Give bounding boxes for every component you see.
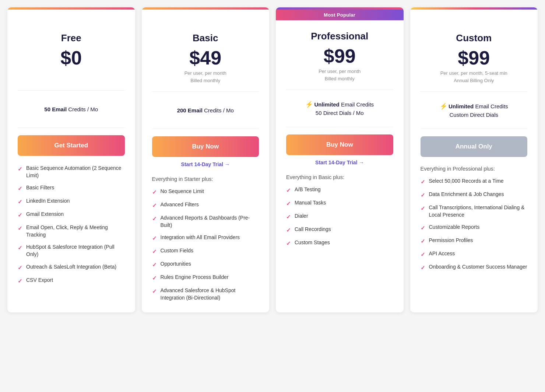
plan-price-sub xyxy=(18,70,125,83)
feature-text: Integration with All Email Providers xyxy=(161,234,240,241)
check-icon: ✓ xyxy=(152,261,157,269)
feature-item: ✓Call Recordings xyxy=(286,226,393,234)
divider xyxy=(421,91,528,92)
divider2 xyxy=(18,127,125,128)
feature-item: ✓LinkedIn Extension xyxy=(18,197,125,206)
feature-item: ✓Permission Profiles xyxy=(421,237,528,245)
plan-price-sub: Per user, per month, 5-seat minAnnual Bi… xyxy=(421,70,528,84)
feature-item: ✓Data Enrichment & Job Changes xyxy=(421,191,528,199)
feature-item: ✓Integration with All Email Providers xyxy=(152,234,259,242)
plan-price-sub: Per user, per monthBilled monthly xyxy=(286,68,393,82)
plan-body-custom: Custom$99Per user, per month, 5-seat min… xyxy=(410,22,538,157)
plan-card-professional: Most PopularProfessional$99Per user, per… xyxy=(276,7,404,312)
feature-text: Outreach & SalesLoft Integration (Beta) xyxy=(26,263,116,271)
features-section: ✓Basic Sequence Automation (2 Sequence L… xyxy=(7,156,135,285)
feature-item: ✓CSV Export xyxy=(18,277,125,285)
check-icon: ✓ xyxy=(421,178,425,186)
check-icon: ✓ xyxy=(421,224,425,232)
check-icon: ✓ xyxy=(18,244,22,252)
check-icon: ✓ xyxy=(286,213,291,221)
badge-spacer xyxy=(142,10,270,22)
feature-text: Data Enrichment & Job Changes xyxy=(429,191,504,198)
feature-text: Call Recordings xyxy=(295,226,331,233)
divider2 xyxy=(421,129,528,129)
feature-text: CSV Export xyxy=(26,277,53,284)
credits-bold: 50 Email xyxy=(44,106,67,112)
features-intro: Everything in Basic plus: xyxy=(286,174,393,180)
feature-text: Basic Sequence Automation (2 Sequence Li… xyxy=(26,165,125,179)
plan-price: $0 xyxy=(18,48,125,67)
plan-price: $99 xyxy=(286,46,393,66)
cta-button-professional[interactable]: Buy Now xyxy=(286,134,393,155)
check-icon: ✓ xyxy=(152,215,157,223)
feature-item: ✓Select 50,000 Records at a Time xyxy=(421,178,528,186)
feature-item: ✓Gmail Extension xyxy=(18,211,125,219)
feature-item: ✓API Access xyxy=(421,250,528,258)
plan-name: Professional xyxy=(286,31,393,42)
feature-text: Opportunities xyxy=(161,260,191,268)
check-icon: ✓ xyxy=(286,200,291,207)
feature-item: ✓No Sequence Limit xyxy=(152,188,259,196)
feature-text: LinkedIn Extension xyxy=(26,197,70,205)
feature-text: Customizable Reports xyxy=(429,224,480,231)
trial-link[interactable]: Start 14-Day Trial → xyxy=(152,161,259,167)
feature-text: Rules Engine Process Builder xyxy=(161,274,229,281)
cta-button-basic[interactable]: Buy Now xyxy=(152,136,259,157)
check-icon: ✓ xyxy=(152,274,157,282)
plan-name: Free xyxy=(18,32,125,44)
feature-text: Onboarding & Customer Success Manager xyxy=(429,263,527,271)
credits-block: ⚡Unlimited Email Credits50 Direct Dials … xyxy=(286,97,393,119)
plan-price-sub: Per user, per monthBilled monthly xyxy=(152,70,259,84)
feature-text: No Sequence Limit xyxy=(161,188,204,195)
credits-bold: Unlimited xyxy=(314,101,339,108)
credits-line2: Custom Direct Dials xyxy=(449,112,498,118)
credits-line2: 50 Direct Dials / Mo xyxy=(316,110,364,116)
divider xyxy=(152,91,259,92)
plan-price: $49 xyxy=(152,48,259,67)
cta-button-free[interactable]: Get Started xyxy=(18,135,125,156)
feature-item: ✓Manual Tasks xyxy=(286,199,393,207)
feature-text: Custom Stages xyxy=(295,239,330,246)
plan-card-free: Free$050 Email Credits / MoGet Started✓B… xyxy=(7,7,135,312)
check-icon: ✓ xyxy=(421,191,425,199)
features-intro: Everything in Professional plus: xyxy=(421,166,528,172)
features-section: Everything in Starter plus:✓No Sequence … xyxy=(142,167,270,301)
feature-item: ✓Onboarding & Customer Success Manager xyxy=(421,263,528,272)
feature-item: ✓Advanced Filters xyxy=(152,201,259,209)
check-icon: ✓ xyxy=(18,185,22,192)
check-icon: ✓ xyxy=(286,239,291,247)
feature-text: Gmail Extension xyxy=(26,211,64,218)
feature-text: A/B Testing xyxy=(295,186,321,193)
feature-text: Dialer xyxy=(295,213,308,220)
credits-line1: ⚡Unlimited Email Credits xyxy=(440,102,508,110)
plan-card-custom: Custom$99Per user, per month, 5-seat min… xyxy=(410,7,538,312)
check-icon: ✓ xyxy=(421,264,425,272)
plan-name: Basic xyxy=(152,32,259,44)
check-icon: ✓ xyxy=(152,248,157,255)
feature-item: ✓Dialer xyxy=(286,213,393,221)
check-icon: ✓ xyxy=(421,251,425,258)
cta-button-custom[interactable]: Annual Only xyxy=(421,136,528,157)
plan-body-basic: Basic$49Per user, per monthBilled monthl… xyxy=(142,22,270,167)
feature-item: ✓HubSpot & Salesforce Integration (Pull … xyxy=(18,244,125,258)
feature-text: Email Open, Click, Reply & Meeting Track… xyxy=(26,224,125,238)
feature-item: ✓Advanced Salesforce & HubSpot Integrati… xyxy=(152,287,259,301)
check-icon: ✓ xyxy=(18,165,22,173)
badge-spacer xyxy=(7,10,135,22)
check-icon: ✓ xyxy=(421,237,425,245)
plan-body-professional: Professional$99Per user, per monthBilled… xyxy=(276,20,404,165)
feature-item: ✓Call Transcriptions, International Dial… xyxy=(421,204,528,218)
check-icon: ✓ xyxy=(152,234,157,242)
features-intro: Everything in Starter plus: xyxy=(152,176,259,182)
feature-text: Permission Profiles xyxy=(429,237,473,244)
trial-link[interactable]: Start 14-Day Trial → xyxy=(286,160,393,165)
credits-block: 50 Email Credits / Mo xyxy=(18,98,125,120)
feature-text: Advanced Filters xyxy=(161,201,199,209)
feature-item: ✓Opportunities xyxy=(152,260,259,269)
feature-text: Advanced Salesforce & HubSpot Integratio… xyxy=(161,287,259,301)
feature-text: Custom Fields xyxy=(161,247,193,255)
feature-text: API Access xyxy=(429,250,455,258)
credits-block: ⚡Unlimited Email CreditsCustom Direct Di… xyxy=(421,99,528,121)
check-icon: ✓ xyxy=(421,204,425,212)
feature-text: Call Transcriptions, International Diali… xyxy=(429,204,528,218)
